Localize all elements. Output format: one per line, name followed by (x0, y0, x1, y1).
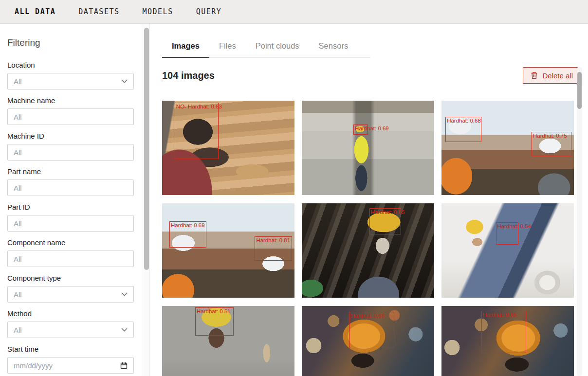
detection-box: Hardhat: 0.65 (481, 311, 526, 353)
filter-field-label: Machine name (7, 96, 134, 105)
app-root: ALL DATA DATASETS MODELS QUERY Filtering… (0, 0, 588, 376)
gallery-image[interactable]: Hardhat: 0.69 (302, 101, 434, 195)
detection-box: Hardhat: 0.75 (532, 132, 571, 156)
image-grid: NO- Hardhat: 0.63 Hardhat: 0.69 Hardhat:… (162, 101, 574, 376)
photo (441, 203, 574, 298)
nav-datasets[interactable]: DATASETS (78, 7, 119, 16)
gallery-image[interactable]: Hardhat: 0.65 (441, 306, 574, 376)
detection-box: Hardhat: 0.68 (445, 117, 481, 142)
tab-point-clouds[interactable]: Point clouds (246, 39, 309, 57)
detection-box: Hardhat: 0.66 (349, 312, 394, 349)
detection-label: Hardhat: 0.81 (256, 237, 290, 244)
gallery-image[interactable]: Hardhat: 0.66 (302, 306, 434, 376)
filter-field: Machine ID All (7, 132, 134, 161)
filter-field-value: All (14, 184, 22, 192)
gallery-image[interactable]: Hardhat: 0.65 (302, 203, 434, 298)
detection-label: Hardhat: 0.54 (497, 223, 532, 230)
chevron-down-icon (121, 292, 128, 296)
filter-field: Method All (7, 309, 134, 338)
detection-box: Hardhat: 0.69 (353, 125, 368, 135)
detection-box: NO- Hardhat: 0.63 (175, 103, 219, 159)
nav-models[interactable]: MODELS (143, 7, 173, 16)
detection-label: NO- Hardhat: 0.63 (176, 103, 222, 110)
gallery-image[interactable]: Hardhat: 0.69Hardhat: 0.81 (162, 203, 294, 298)
content-scrollbar-thumb[interactable] (577, 72, 582, 109)
filter-field-value: All (14, 255, 22, 263)
sidebar-scrollbar-thumb[interactable] (144, 28, 149, 270)
detection-label: Hardhat: 0.65 (371, 209, 405, 215)
gallery-image[interactable]: Hardhat: 0.68Hardhat: 0.75 (441, 101, 574, 195)
detection-label: Hardhat: 0.69 (171, 222, 205, 229)
delete-all-button[interactable]: Delete all (523, 67, 581, 84)
sidebar-title: Filtering (7, 37, 134, 48)
filter-field-value: All (14, 77, 22, 86)
nav-all-data[interactable]: ALL DATA (15, 7, 55, 16)
filter-field-value: All (14, 326, 22, 334)
machine-name-input[interactable]: All (7, 108, 134, 125)
detection-box: Hardhat: 0.81 (255, 236, 292, 261)
location-select[interactable]: All (7, 73, 134, 90)
sidebar-scrollbar[interactable] (143, 24, 150, 376)
gallery-image[interactable]: Hardhat: 0.51 (162, 306, 294, 376)
filter-field: Component name All (7, 238, 134, 267)
filter-field-value: All (14, 290, 22, 299)
count-row: 104 images Delete all (162, 67, 581, 84)
tab-images[interactable]: Images (162, 39, 209, 58)
filter-field-label: Component name (7, 238, 134, 247)
top-nav: ALL DATA DATASETS MODELS QUERY (0, 0, 588, 24)
method-select[interactable]: All (7, 322, 134, 338)
detection-label: Hardhat: 0.65 (483, 311, 517, 318)
filter-field: Part name All (7, 167, 134, 196)
tab-files[interactable]: Files (209, 39, 246, 57)
trash-icon (531, 72, 538, 79)
machine-id-input[interactable]: All (7, 144, 134, 161)
photo (302, 203, 434, 298)
filter-field-value: All (14, 148, 22, 157)
gallery-image[interactable]: NO- Hardhat: 0.63 (162, 101, 294, 195)
filter-sidebar: Filtering Location All Machine name All … (0, 24, 142, 376)
part-id-input[interactable]: All (7, 215, 134, 232)
detection-label: Hardhat: 0.68 (447, 117, 481, 124)
filter-field-value: mm/dd/yyyy (14, 361, 53, 370)
filter-field-label: Part ID (7, 203, 134, 211)
filter-field: Component type All (7, 274, 134, 303)
filter-field: Part ID All (7, 203, 134, 232)
detection-box: Hardhat: 0.54 (496, 222, 518, 245)
content-tabs: Images Files Point clouds Sensors (162, 39, 370, 58)
filter-field-label: Machine ID (7, 132, 134, 140)
filter-field: Start time mm/dd/yyyy (7, 345, 134, 374)
filter-field-label: Part name (7, 167, 134, 176)
filter-field-value: All (14, 113, 22, 121)
detection-box: Hardhat: 0.65 (369, 208, 401, 234)
delete-all-label: Delete all (542, 72, 573, 80)
detection-label: Hardhat: 0.66 (351, 312, 385, 319)
image-count: 104 images (162, 70, 215, 81)
component-name-input[interactable]: All (7, 251, 134, 267)
detection-label: Hardhat: 0.75 (533, 132, 567, 139)
gallery-image[interactable]: Hardhat: 0.54 (441, 203, 574, 298)
filter-field-label: Component type (7, 274, 134, 282)
filter-field-label: Method (7, 309, 134, 318)
component-type-select[interactable]: All (7, 286, 134, 303)
detection-box: Hardhat: 0.51 (195, 307, 234, 336)
detection-label: Hardhat: 0.69 (355, 125, 389, 132)
detection-box: Hardhat: 0.69 (169, 221, 206, 248)
content-scrollbar[interactable] (577, 67, 582, 376)
filter-fields: Location All Machine name All Machine ID… (7, 61, 134, 374)
filter-field: Location All (7, 61, 134, 90)
calendar-icon (120, 362, 128, 369)
filter-field-label: Start time (7, 345, 134, 353)
part-name-input[interactable]: All (7, 179, 134, 196)
detection-label: Hardhat: 0.51 (197, 308, 231, 315)
chevron-down-icon (121, 328, 128, 332)
tab-sensors[interactable]: Sensors (309, 39, 358, 57)
filter-field-label: Location (7, 61, 134, 69)
filter-field: Machine name All (7, 96, 134, 125)
nav-query[interactable]: QUERY (196, 7, 222, 16)
start-time-date-input[interactable]: mm/dd/yyyy (7, 357, 134, 374)
photo (302, 101, 434, 195)
chevron-down-icon (121, 79, 128, 83)
content-area: Images Files Point clouds Sensors 104 im… (151, 24, 588, 376)
filter-field-value: All (14, 219, 22, 228)
